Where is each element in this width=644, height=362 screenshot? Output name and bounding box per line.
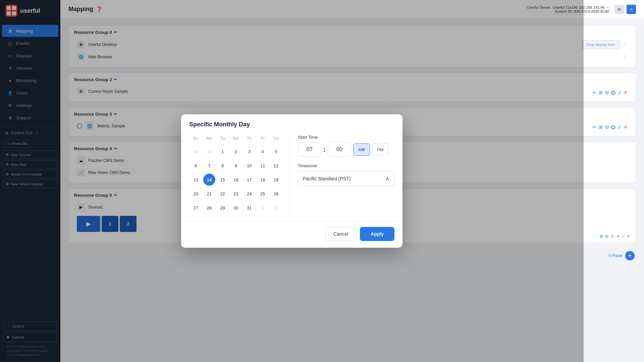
grid2-icon[interactable]: ⊟ [605,124,609,130]
cal-day-cell[interactable]: 31 [243,202,255,214]
cal-day-cell: 2 [270,202,282,214]
cal-weeks: 2930123456789101112131415161718192021222… [189,145,283,215]
cal-day-cell[interactable]: 9 [230,160,242,172]
cal-day-we: We [229,135,243,142]
cal-day-cell[interactable]: 16 [230,174,242,186]
cal-day-su: Su [189,135,203,142]
cal-day-cell[interactable]: 23 [230,188,242,200]
cal-day-cell[interactable]: 30 [230,202,242,214]
edit-icon[interactable]: ✏ [593,124,597,130]
cancel-button[interactable]: Cancel [325,227,357,241]
paste-icon[interactable]: ⎘ Paste [609,253,623,258]
cal-day-cell: 29 [190,145,202,158]
top-bar-icons: ⊞ ≡ [614,5,636,14]
cal-day-cell[interactable]: 1 [217,145,229,158]
cal-day-cell[interactable]: 24 [243,188,255,200]
cal-day-cell[interactable]: 28 [203,202,215,214]
cal-day-cell[interactable]: 22 [217,188,229,200]
modal-header: Specific Monthly Day [181,114,402,128]
rg5-settings-icon[interactable]: ⚙ [610,234,614,239]
modal-body: Su Mo Tu We Th Fr Sa 2930123456789101112… [181,128,402,221]
cal-day-cell[interactable]: 26 [270,188,282,200]
cal-day-th: Th [243,135,256,142]
hours-input[interactable] [298,142,321,157]
cal-week-row: 20212223242526 [189,187,283,200]
row-menu-dots[interactable]: ⋮ [623,54,628,60]
cal-day-cell[interactable]: 10 [243,160,255,172]
cal-day-cell[interactable]: 27 [190,202,202,214]
modal-overlay[interactable]: Specific Monthly Day Su Mo Tu We Th Fr S… [0,0,584,362]
cal-day-cell[interactable]: 19 [270,174,282,186]
expand-icon[interactable]: ⤢ [618,124,622,130]
cal-day-cell: 30 [203,145,215,158]
cal-day-cell[interactable]: 20 [190,188,202,200]
grid2-icon[interactable]: ⊟ [605,90,609,95]
cal-day-cell: 1 [257,202,269,214]
calendar: Su Mo Tu We Th Fr Sa 2930123456789101112… [189,135,290,215]
specific-monthly-day-modal: Specific Monthly Day Su Mo Tu We Th Fr S… [181,114,402,248]
time-row: : AM PM [298,142,394,157]
apply-button[interactable]: Apply [360,227,394,241]
grid-view-button[interactable]: ⊞ [614,5,624,14]
expand-icon[interactable]: ⤢ [618,90,622,95]
chevron-up-icon: ∧ [385,175,389,182]
row-menu-dots[interactable]: ⋮ [623,42,628,47]
cal-day-cell[interactable]: 29 [217,202,229,214]
grid-icon[interactable]: ⊞ [599,124,603,130]
cal-day-cell[interactable]: 6 [190,160,202,172]
cal-day-cell[interactable]: 7 [203,160,215,172]
cal-week-row: 272829303112 [189,201,283,215]
cal-day-cell[interactable]: 15 [217,174,229,186]
rg5-radio[interactable]: ○ [595,234,598,239]
cal-day-cell[interactable]: 11 [257,160,269,172]
cal-day-cell[interactable]: 14 [203,174,215,186]
timezone-value: Pacific Standard (PST) [303,176,351,181]
cal-week-row: 293012345 [189,145,283,158]
timezone-section: Timezone Pacific Standard (PST) ∧ [298,163,394,186]
cal-day-sa: Sa [269,135,283,142]
cal-day-cell[interactable]: 3 [243,145,255,158]
start-time-section: Start Time : AM PM [298,135,394,157]
rg5-delete-icon[interactable]: ✕ [627,234,630,239]
power-icon[interactable]: ⏻ [611,90,615,95]
rg5-edit-icon[interactable]: ⊞ [600,234,603,239]
cal-day-mo: Mo [203,135,216,142]
list-view-button[interactable]: ≡ [627,5,636,14]
am-button[interactable]: AM [353,143,370,156]
cal-day-cell[interactable]: 4 [257,145,269,158]
modal-right-panel: Start Time : AM PM Timezone Pacific Stan… [290,135,394,215]
modal-footer: Cancel Apply [181,221,402,248]
grid-icon[interactable]: ⊞ [599,90,603,95]
rg5-expand-icon[interactable]: ⤢ [622,234,625,239]
cal-day-cell[interactable]: 17 [243,174,255,186]
rg5-x-icon[interactable]: ✕ [616,234,620,239]
time-colon: : [323,146,326,154]
cal-day-cell[interactable]: 25 [257,188,269,200]
power-icon[interactable]: ⏻ [611,124,615,130]
cal-day-cell[interactable]: 8 [217,160,229,172]
cal-week-row: 6789101112 [189,159,283,172]
rg5-grid-icon[interactable]: ⊟ [605,234,608,239]
rg-action-icons: ✏ ⊞ ⊟ ⏻ ⤢ ✕ [593,124,628,130]
cal-day-cell[interactable]: 13 [190,174,202,186]
cal-day-cell[interactable]: 2 [230,145,242,158]
add-button[interactable]: + [625,251,635,260]
edit-icon[interactable]: ✏ [593,90,597,95]
cal-day-cell[interactable]: 21 [203,188,215,200]
close-icon[interactable]: ✕ [624,124,628,130]
start-time-label: Start Time [298,135,394,140]
cal-day-cell[interactable]: 12 [270,160,282,172]
close-icon[interactable]: ✕ [624,90,628,95]
cal-week-row: 13141516171819 [189,173,283,186]
pm-button[interactable]: PM [372,143,389,156]
cal-day-tu: Tu [216,135,229,142]
minutes-input[interactable] [328,142,351,157]
timezone-label: Timezone [298,163,394,168]
cal-header-row: Su Mo Tu We Th Fr Sa [189,135,283,142]
timezone-dropdown[interactable]: Pacific Standard (PST) ∧ [298,171,394,186]
cal-grid: Su Mo Tu We Th Fr Sa 2930123456789101112… [189,135,283,215]
cal-day-cell[interactable]: 18 [257,174,269,186]
cal-day-fr: Fr [256,135,269,142]
drop-display-hint: Drop display here [582,40,620,49]
cal-day-cell[interactable]: 5 [270,145,282,158]
